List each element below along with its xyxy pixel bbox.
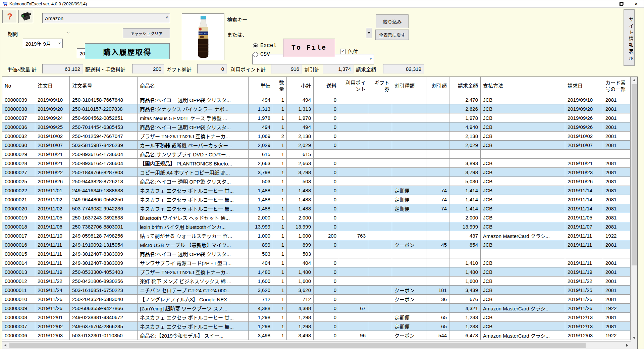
table-row[interactable]: 000000372019/09/24250-6904562-0852651mit…: [2, 113, 631, 122]
table-row[interactable]: 000000302019/10/07503-5815987-8426239カール…: [2, 141, 631, 150]
fetch-history-button[interactable]: 購入履歴取得: [85, 43, 170, 59]
table-row[interactable]: 000000122019/11/22250-8431806-8930256楽絆 …: [2, 277, 631, 286]
help-icon: ?: [7, 11, 12, 22]
column-header-8[interactable]: 利用ポイント: [339, 77, 368, 95]
column-header-11[interactable]: 割引額: [427, 77, 449, 95]
cell: [339, 104, 368, 113]
cell: 5,030: [449, 177, 481, 186]
radio-excel[interactable]: Excel: [253, 43, 276, 49]
cell: 2019/12/13: [565, 313, 603, 322]
to-file-button[interactable]: To File: [283, 39, 335, 57]
radio-csv[interactable]: CSV: [253, 51, 270, 57]
cell: [368, 159, 392, 168]
table-row[interactable]: 000000392019/09/10250-3104158-7667848商品名…: [2, 95, 631, 104]
cell: 250-8533300-4053403: [70, 267, 138, 277]
column-header-14[interactable]: 請求日: [565, 77, 603, 95]
cell: 0: [314, 159, 339, 168]
table-row[interactable]: 000000062019/12/03503-0132301-0110350商品名…: [2, 331, 631, 340]
colorize-checkbox[interactable]: ✓ 色付: [340, 48, 358, 55]
close-button[interactable]: ✕: [629, 0, 644, 7]
cell: 249-0238381-4340672: [70, 313, 138, 322]
cell: 250-7014454-6385453: [70, 122, 138, 132]
table-row[interactable]: 000000382019/09/20250-8110157-2207838商品名…: [2, 104, 631, 113]
column-header-1[interactable]: 注文日: [35, 77, 70, 95]
column-header-5[interactable]: 数量: [273, 77, 287, 95]
period-from-select[interactable]: 2019年 9月 ˅: [23, 39, 63, 48]
cell: 0: [314, 104, 339, 113]
cell: 1922: [603, 304, 631, 313]
column-header-12[interactable]: 請求金額: [449, 77, 481, 95]
help-button[interactable]: ?: [2, 10, 17, 23]
cell: 1,480: [249, 267, 273, 277]
cell: 250-8936164-1736604: [70, 159, 138, 168]
vertical-scroll-thumb[interactable]: [632, 84, 637, 265]
scroll-left-button[interactable]: [2, 342, 9, 349]
or-label: または、: [227, 31, 247, 38]
table-row[interactable]: 000000282019/10/21250-8936164-1736604【国内…: [2, 159, 631, 168]
cell: [392, 122, 427, 132]
cell: 4,388: [287, 304, 314, 313]
cell: 249-0598128-7498256: [70, 231, 138, 240]
camera-button[interactable]: [18, 10, 33, 23]
scroll-down-button[interactable]: [631, 335, 637, 341]
column-header-9[interactable]: ギフト券: [368, 77, 392, 95]
cell: Amazon MasterCard クラシ...: [481, 231, 565, 240]
site-info-button[interactable]: サイト情報表示: [624, 9, 635, 66]
cell: 貼って剥がせる ウォールステッカー 怪...: [138, 231, 249, 240]
table-row[interactable]: 000000152019/11/11249-3012407-8383009商品名…: [2, 249, 631, 258]
cell: [392, 267, 427, 277]
cell: 1: [273, 204, 287, 213]
column-header-15[interactable]: カード番号の一部: [603, 77, 631, 95]
column-header-2[interactable]: 注文番号: [70, 77, 138, 95]
column-header-3[interactable]: 商品名: [138, 77, 249, 95]
table-row[interactable]: 000000182019/11/06250-7382706-8803001lex…: [2, 222, 631, 231]
free-filter-dropdown-button[interactable]: [366, 28, 372, 38]
filter-button[interactable]: 絞り込み: [376, 14, 409, 28]
table-row[interactable]: 000000102019/11/26250-2043528-5383040【ノン…: [2, 295, 631, 304]
cell: [339, 95, 368, 104]
cell: 1: [273, 277, 287, 286]
table-row[interactable]: 000000082019/12/01249-0238381-4340672ネスカ…: [2, 313, 631, 322]
cache-clear-button[interactable]: キャッシュクリア: [123, 28, 170, 38]
table-row[interactable]: 000000162019/11/11249-1910092-1315054Mic…: [2, 240, 631, 249]
cell: 2019/11/02: [35, 195, 70, 204]
site-select[interactable]: Amazon ˅: [42, 13, 170, 23]
cell: 1,488: [249, 195, 273, 204]
cell: 437: [449, 231, 481, 240]
table-row[interactable]: 000000292019/10/21250-8936164-1736604商品名…: [2, 150, 631, 159]
cell: [427, 159, 449, 168]
cell: [427, 104, 449, 113]
table-row[interactable]: 000000112019/11/24503-1616851-6750223ニチバ…: [2, 286, 631, 295]
minimize-button[interactable]: [598, 0, 613, 7]
table-row[interactable]: 000000132019/11/19250-8533300-4053403ブラザ…: [2, 267, 631, 277]
table-row[interactable]: 000000222019/11/01249-4416340-1388638ネスカ…: [2, 186, 631, 195]
cell: 763: [339, 231, 368, 240]
table-row[interactable]: 000000252019/10/26250-9443828-8726213商品名…: [2, 177, 631, 186]
table-row[interactable]: 000000362019/09/25250-7014454-6385453商品名…: [2, 122, 631, 132]
cell: 1: [273, 95, 287, 104]
column-header-6[interactable]: 小計: [287, 77, 314, 95]
table-row[interactable]: 000000202019/11/02503-7749082-9942236ネスカ…: [2, 204, 631, 213]
scroll-up-button[interactable]: [631, 77, 637, 84]
column-header-10[interactable]: 割引種類: [392, 77, 427, 95]
table-row[interactable]: 000000172019/11/10249-0598128-7498256貼って…: [2, 231, 631, 240]
scroll-right-button[interactable]: [624, 342, 631, 349]
column-header-0[interactable]: No: [2, 77, 35, 95]
show-all-button[interactable]: 全表示に戻す: [375, 30, 409, 40]
table-row[interactable]: 000000142019/11/11249-3012407-8383009サンワ…: [2, 258, 631, 267]
restore-button[interactable]: [613, 0, 629, 7]
table-row[interactable]: 000000322019/10/02250-4012594-7667047ブラザ…: [2, 132, 631, 141]
column-header-13[interactable]: 支払方法: [481, 77, 565, 95]
table-row[interactable]: 000000212019/11/02249-9644806-0558250ネスカ…: [2, 195, 631, 204]
table-row[interactable]: 000000072019/12/02249-6376704-2866235ネスカ…: [2, 322, 631, 331]
horizontal-scrollbar[interactable]: [2, 341, 631, 349]
table-row[interactable]: 000000272019/10/22250-1849766-8287803コピー…: [2, 168, 631, 177]
scroll-up-icon: [633, 79, 636, 81]
horizontal-scroll-thumb[interactable]: [9, 343, 586, 348]
vertical-scrollbar[interactable]: [631, 77, 637, 341]
column-header-4[interactable]: 単価: [249, 77, 273, 95]
column-header-7[interactable]: 送料: [314, 77, 339, 95]
table-row[interactable]: 000000192019/11/05250-1637243-0892638Blu…: [2, 213, 631, 222]
table-row[interactable]: 000000092019/11/26250-6063559-9427866[Za…: [2, 304, 631, 313]
cell: 1,000: [287, 231, 314, 240]
